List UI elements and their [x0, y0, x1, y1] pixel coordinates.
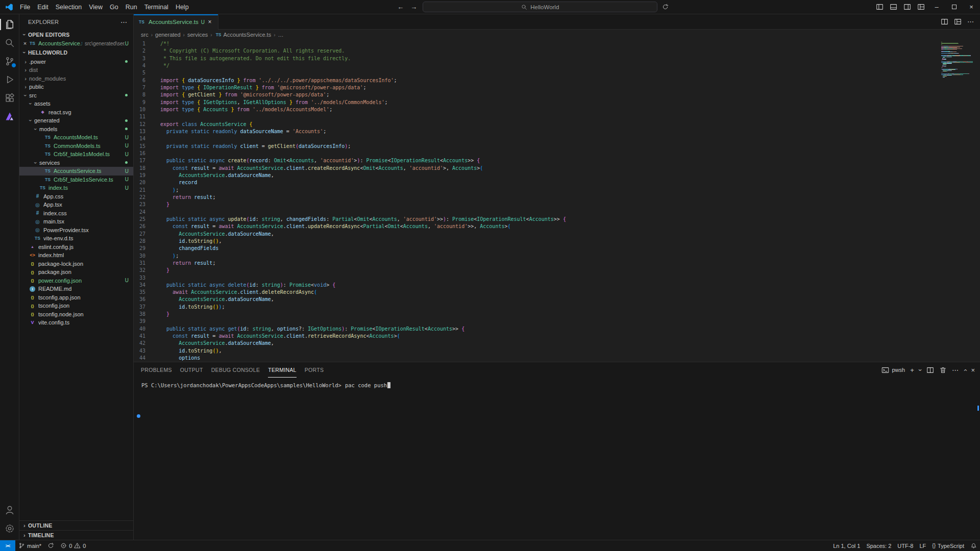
status-branch[interactable]: main*	[15, 540, 44, 551]
tree-item-vite.config.ts[interactable]: Vvite.config.ts	[19, 318, 133, 327]
menu-go[interactable]: Go	[106, 2, 122, 12]
code-line[interactable]: 4 */	[134, 62, 934, 69]
activity-run-and-debug[interactable]	[0, 70, 19, 89]
tree-item-AccountsModel.ts[interactable]: TSAccountsModel.tsU	[19, 133, 133, 142]
code-line[interactable]: 11	[134, 113, 934, 120]
breadcrumb-item[interactable]: TSAccountsService.ts	[215, 31, 272, 38]
tree-item-assets[interactable]: ›assets	[19, 99, 133, 108]
split-terminal-icon[interactable]	[926, 366, 934, 374]
code-line[interactable]: 25 public static async update(id: string…	[134, 216, 934, 223]
tree-item-README.md[interactable]: iREADME.md	[19, 285, 133, 293]
code-line[interactable]: 33	[134, 274, 934, 282]
section-workspace[interactable]: › HELLOWORLD	[19, 48, 133, 58]
code-line[interactable]: 22 return result;	[134, 194, 934, 201]
code-line[interactable]: 20 record	[134, 179, 934, 186]
tree-item-package-lock.json[interactable]: {}package-lock.json	[19, 260, 133, 268]
tree-item-AccountsService.ts[interactable]: TSAccountsService.tsU	[19, 167, 133, 176]
status-spaces-2[interactable]: Spaces: 2	[863, 540, 894, 551]
tree-item-react.svg[interactable]: ◆react.svg	[19, 108, 133, 117]
tree-item-index.css[interactable]: #index.css	[19, 209, 133, 218]
tree-item-generated[interactable]: ›generated	[19, 116, 133, 125]
code-line[interactable]: 44 options	[134, 355, 934, 362]
tree-item-tsconfig.json[interactable]: {}tsconfig.json	[19, 302, 133, 310]
new-terminal-button[interactable]: +	[910, 366, 914, 374]
panel-more-actions-icon[interactable]: ⋯	[952, 366, 959, 374]
terminal-command-decoration[interactable]	[137, 414, 140, 418]
tree-item-index.ts[interactable]: TSindex.tsU	[19, 184, 133, 192]
activity-explorer[interactable]	[0, 15, 19, 34]
code-line[interactable]: 2 * Copyright (C) Microsoft Corporation.…	[134, 47, 934, 55]
status-notifications[interactable]	[967, 540, 980, 551]
tree-item-App.tsx[interactable]: ◎App.tsx	[19, 201, 133, 209]
code-line[interactable]: 39	[134, 318, 934, 325]
code-line[interactable]: 3 * This file is autogenerated. Do not e…	[134, 55, 934, 62]
section-open-editors[interactable]: › OPEN EDITORS	[19, 30, 133, 39]
activity-extensions[interactable]	[0, 89, 19, 107]
tree-item-power.config.json[interactable]: {}power.config.jsonU	[19, 277, 133, 285]
tree-item-main.tsx[interactable]: ◎main.tsx	[19, 217, 133, 226]
panel-tab-problems[interactable]: PROBLEMS	[141, 362, 172, 378]
menu-view[interactable]: View	[85, 2, 106, 12]
code-line[interactable]: 18 const result = await AccountsService.…	[134, 165, 934, 172]
code-line[interactable]: 19 AccountsService.dataSourceName,	[134, 172, 934, 179]
code-line[interactable]: 29 changedFields	[134, 245, 934, 252]
code-line[interactable]: 27 AccountsService.dataSourceName,	[134, 231, 934, 238]
maximize-panel-icon[interactable]: ›	[961, 369, 969, 371]
more-actions-icon[interactable]: ⋯	[967, 18, 974, 26]
tree-item-PowerProvider.tsx[interactable]: ◎PowerProvider.tsx	[19, 226, 133, 235]
toggle-secondary-sidebar-button[interactable]	[900, 1, 914, 14]
refresh-icon[interactable]	[662, 4, 669, 10]
code-line[interactable]: 42 AccountsService.dataSourceName,	[134, 340, 934, 347]
toggle-panel-button[interactable]	[887, 1, 900, 14]
section-timeline[interactable]: › TIMELINE	[19, 530, 133, 540]
code-line[interactable]: 32 }	[134, 267, 934, 274]
back-button[interactable]: ←	[396, 3, 405, 11]
code-line[interactable]: 8import { getClient } from '@microsoft/p…	[134, 91, 934, 98]
more-actions-icon[interactable]: ⋯	[120, 18, 127, 26]
tree-item-dist[interactable]: ›dist	[19, 66, 133, 74]
editor-scrollbar[interactable]	[973, 40, 980, 362]
tree-item-package.json[interactable]: {}package.json	[19, 268, 133, 277]
code-line[interactable]: 35 await AccountsService.client.deleteRe…	[134, 289, 934, 296]
menu-help[interactable]: Help	[172, 2, 192, 12]
status-lf[interactable]: LF	[917, 540, 929, 551]
tree-item-models[interactable]: ›models	[19, 125, 133, 134]
code-line[interactable]: 31 return result;	[134, 260, 934, 267]
status-ln-1-col-1[interactable]: Ln 1, Col 1	[830, 540, 863, 551]
code-line[interactable]: 10import type { Accounts } from '../mode…	[134, 106, 934, 113]
editor-tab-AccountsService.ts[interactable]: TSAccountsService.tsU×	[134, 14, 218, 30]
breadcrumb-item[interactable]: src	[141, 32, 149, 38]
tree-item-src[interactable]: ›src	[19, 91, 133, 100]
activity-power-platform[interactable]	[0, 107, 19, 126]
status-problems[interactable]: 0 0	[57, 540, 89, 551]
activity-account[interactable]	[0, 501, 19, 519]
code-line[interactable]: 36 AccountsService.dataSourceName,	[134, 296, 934, 303]
forward-button[interactable]: →	[409, 3, 418, 11]
code-line[interactable]: 38 }	[134, 311, 934, 318]
close-panel-icon[interactable]: ×	[971, 366, 975, 374]
code-line[interactable]: 13 private static readonly dataSourceNam…	[134, 128, 934, 135]
code-line[interactable]: 16	[134, 150, 934, 157]
code-line[interactable]: 6import { dataSourcesInfo } from '../../…	[134, 77, 934, 84]
minimap[interactable]	[941, 42, 973, 78]
terminal[interactable]: PS C:\Users\jordanchodak\PowerAppsCodeAp…	[134, 378, 980, 540]
code-line[interactable]: 43 id.toString(),	[134, 347, 934, 355]
terminal-dropdown-icon[interactable]: ›	[916, 369, 924, 371]
code-line[interactable]: 30 );	[134, 253, 934, 260]
tree-item-App.css[interactable]: #App.css	[19, 192, 133, 201]
tree-item-.power[interactable]: ›.power	[19, 58, 133, 66]
tree-item-public[interactable]: ›public	[19, 83, 133, 91]
code-line[interactable]: 37 id.toString());	[134, 304, 934, 311]
menu-terminal[interactable]: Terminal	[141, 2, 172, 12]
close-icon[interactable]: ×	[206, 18, 214, 26]
toggle-primary-sidebar-button[interactable]	[873, 1, 887, 14]
status-typescript[interactable]: {}TypeScript	[929, 540, 967, 551]
breadcrumb-item[interactable]: generated	[155, 32, 181, 38]
status-sync[interactable]	[44, 540, 57, 551]
code-line[interactable]: 15 private static readonly client = getC…	[134, 143, 934, 150]
code-line[interactable]: 17 public static async create(record: Om…	[134, 157, 934, 164]
minimize-button[interactable]: –	[928, 0, 945, 14]
breadcrumb-item[interactable]: services	[187, 32, 208, 38]
tree-item-node_modules[interactable]: ›node_modules	[19, 74, 133, 83]
menu-run[interactable]: Run	[122, 2, 141, 12]
